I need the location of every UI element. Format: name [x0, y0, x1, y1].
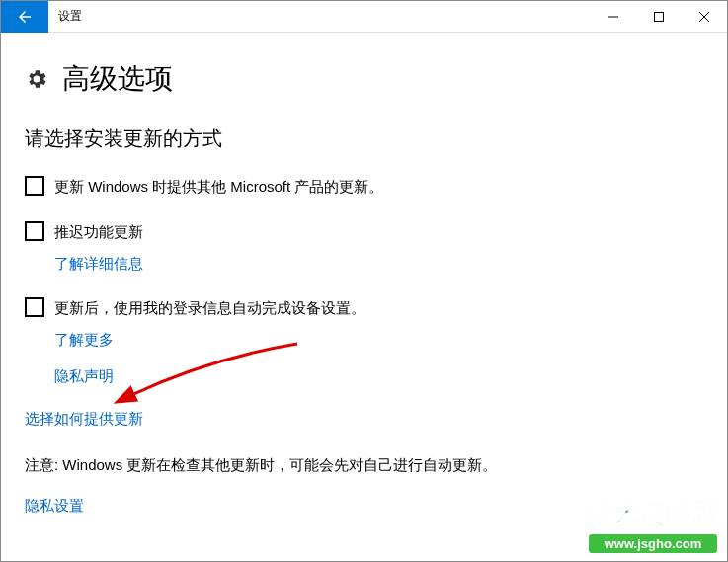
delivery-optimization-link[interactable]: 选择如何提供更新 [25, 410, 143, 429]
learn-more-signin-link[interactable]: 了解更多 [54, 331, 114, 350]
minimize-icon [608, 12, 618, 22]
arrow-left-icon [16, 8, 34, 26]
close-button[interactable] [682, 1, 727, 33]
watermark: 技术员联盟 www.jsgho.com [589, 498, 717, 553]
checkbox-ms-products-label: 更新 Windows 时提供其他 Microsoft 产品的更新。 [54, 176, 383, 198]
watermark-text: 技术员联盟 [589, 498, 717, 532]
titlebar: 设置 [1, 1, 727, 33]
content-area: 高级选项 请选择安装更新的方式 更新 Windows 时提供其他 Microso… [1, 33, 727, 535]
page-heading: 高级选项 [25, 60, 703, 98]
page-title: 高级选项 [62, 60, 173, 98]
watermark-url: www.jsgho.com [589, 534, 717, 553]
delivery-block: 选择如何提供更新 [25, 410, 703, 429]
update-note: 注意: Windows 更新在检查其他更新时，可能会先对自己进行自动更新。 [25, 456, 703, 475]
privacy-notice-link[interactable]: 隐私声明 [54, 367, 114, 386]
svg-rect-1 [655, 12, 664, 21]
maximize-button[interactable] [636, 1, 682, 33]
close-icon [699, 12, 709, 22]
privacy-settings-link[interactable]: 隐私设置 [25, 497, 84, 516]
checkbox-ms-products[interactable] [25, 176, 44, 196]
back-button[interactable] [1, 1, 48, 33]
window-title: 设置 [58, 8, 82, 25]
section-subheading: 请选择安装更新的方式 [25, 125, 703, 152]
checkbox-defer[interactable] [25, 221, 44, 241]
checkbox-signin-label: 更新后，使用我的登录信息自动完成设备设置。 [54, 297, 365, 319]
learn-more-defer-link[interactable]: 了解详细信息 [54, 255, 143, 274]
maximize-icon [654, 12, 664, 22]
checkbox-signin[interactable] [25, 297, 44, 317]
checkbox-defer-label: 推迟功能更新 [54, 221, 143, 243]
gear-icon [25, 67, 48, 91]
window-controls [591, 1, 727, 33]
privacy-notice-block: 隐私声明 [25, 363, 703, 386]
option-block-3: 更新后，使用我的登录信息自动完成设备设置。 了解更多 [25, 297, 703, 350]
option-block-2: 推迟功能更新 了解详细信息 [25, 221, 703, 274]
option-block-1: 更新 Windows 时提供其他 Microsoft 产品的更新。 [25, 176, 703, 198]
minimize-button[interactable] [591, 1, 636, 33]
